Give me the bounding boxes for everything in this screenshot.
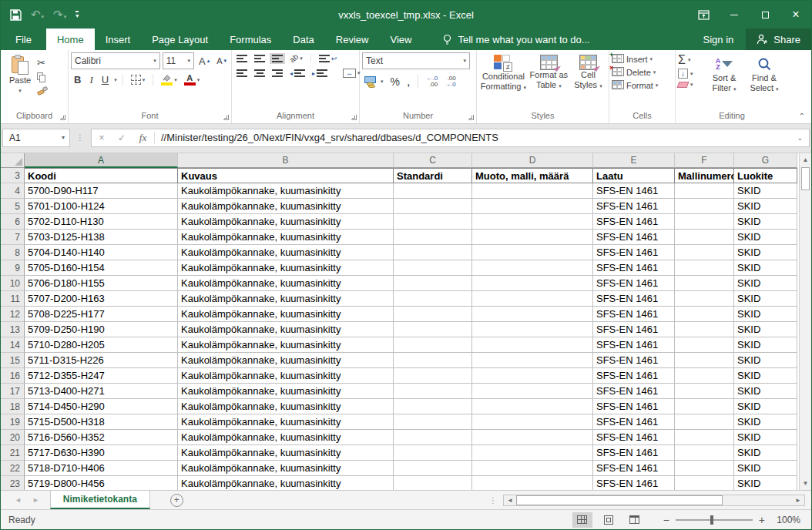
sheet-nav-right-icon[interactable]: ►: [32, 496, 39, 504]
cell-d18[interactable]: [472, 399, 593, 414]
scroll-right-icon[interactable]: ►: [792, 495, 804, 505]
cell-g21[interactable]: SKID: [734, 445, 797, 461]
cell-d9[interactable]: [472, 260, 593, 276]
minimize-icon[interactable]: [719, 1, 750, 29]
cell-g6[interactable]: SKID: [734, 214, 797, 230]
cell-b3[interactable]: Kuvaus: [178, 168, 394, 183]
cell-styles-button[interactable]: Cell Styles ▾: [570, 52, 606, 110]
cell-e17[interactable]: SFS-EN 1461: [593, 384, 675, 399]
cell-b19[interactable]: Kaukolämpökannake, kuumasinkitty: [178, 414, 394, 430]
cell-g3[interactable]: Luokite: [734, 168, 797, 183]
row-header-16[interactable]: 16: [1, 368, 25, 384]
cell-e5[interactable]: SFS-EN 1461: [593, 199, 675, 214]
clipboard-dialog-launcher[interactable]: [60, 115, 65, 120]
zoom-level[interactable]: 100%: [771, 515, 800, 525]
align-left-button[interactable]: [234, 68, 250, 79]
cell-e16[interactable]: SFS-EN 1461: [593, 368, 675, 384]
normal-view-button[interactable]: [572, 512, 592, 528]
row-header-21[interactable]: 21: [1, 445, 25, 461]
cut-icon[interactable]: ✂: [37, 57, 48, 69]
cell-c3[interactable]: Standardi: [394, 168, 472, 183]
cell-e15[interactable]: SFS-EN 1461: [593, 353, 675, 368]
grow-font-button[interactable]: A▴: [196, 54, 212, 69]
cell-d7[interactable]: [472, 230, 593, 245]
tab-page-layout[interactable]: Page Layout: [141, 29, 219, 50]
cell-c4[interactable]: [394, 183, 472, 199]
cell-f9[interactable]: [675, 260, 734, 276]
row-header-10[interactable]: 10: [1, 276, 25, 291]
horizontal-scrollbar[interactable]: ◄ ►: [503, 495, 805, 506]
name-box-dropdown-icon[interactable]: ▾: [62, 134, 69, 141]
cell-f20[interactable]: [675, 430, 734, 445]
cell-e10[interactable]: SFS-EN 1461: [593, 276, 675, 291]
cell-b4[interactable]: Kaukolämpökannake, kuumasinkitty: [178, 183, 394, 199]
cell-c10[interactable]: [394, 276, 472, 291]
delete-cells-button[interactable]: × Delete▾: [612, 67, 673, 77]
sign-in-button[interactable]: Sign in: [691, 29, 747, 50]
cell-b22[interactable]: Kaukolämpökannake, kuumasinkitty: [178, 461, 394, 476]
cell-e9[interactable]: SFS-EN 1461: [593, 260, 675, 276]
cell-a21[interactable]: 5717-D630-H390: [25, 445, 178, 461]
row-header-12[interactable]: 12: [1, 307, 25, 322]
cell-b8[interactable]: Kaukolämpökannake, kuumasinkitty: [178, 245, 394, 260]
row-header-18[interactable]: 18: [1, 399, 25, 414]
cell-c21[interactable]: [394, 445, 472, 461]
font-name-select[interactable]: Calibri▾: [71, 52, 160, 69]
cell-f12[interactable]: [675, 307, 734, 322]
bottom-align-button[interactable]: [270, 53, 285, 64]
row-header-23[interactable]: 23: [1, 476, 25, 490]
cell-d5[interactable]: [472, 199, 593, 214]
page-break-view-button[interactable]: [625, 512, 645, 528]
column-header-d[interactable]: D: [472, 153, 593, 168]
italic-button[interactable]: I: [86, 73, 96, 87]
cell-f18[interactable]: [675, 399, 734, 414]
cell-a20[interactable]: 5716-D560-H352: [25, 430, 178, 445]
cell-a15[interactable]: 5711-D315-H226: [25, 353, 178, 368]
cell-b20[interactable]: Kaukolämpökannake, kuumasinkitty: [178, 430, 394, 445]
cell-d6[interactable]: [472, 214, 593, 230]
row-header-7[interactable]: 7: [1, 230, 25, 245]
copy-icon[interactable]: [37, 72, 46, 82]
maximize-icon[interactable]: [750, 1, 780, 29]
cell-a17[interactable]: 5713-D400-H271: [25, 384, 178, 399]
page-layout-view-button[interactable]: [599, 512, 619, 528]
cell-a5[interactable]: 5701-D100-H124: [25, 199, 178, 214]
cell-b11[interactable]: Kaukolämpökannake, kuumasinkitty: [178, 291, 394, 307]
cell-e21[interactable]: SFS-EN 1461: [593, 445, 675, 461]
select-all-corner[interactable]: [1, 153, 25, 168]
cell-d19[interactable]: [472, 414, 593, 430]
cell-g8[interactable]: SKID: [734, 245, 797, 260]
cell-g17[interactable]: SKID: [734, 384, 797, 399]
scroll-left-icon[interactable]: ◄: [504, 495, 516, 505]
zoom-slider[interactable]: [676, 519, 753, 521]
row-header-22[interactable]: 22: [1, 461, 25, 476]
autosum-button[interactable]: Σ▾: [678, 55, 704, 65]
cell-g14[interactable]: SKID: [734, 337, 797, 353]
cell-g9[interactable]: SKID: [734, 260, 797, 276]
cell-d16[interactable]: [472, 368, 593, 384]
cell-f15[interactable]: [675, 353, 734, 368]
cell-c19[interactable]: [394, 414, 472, 430]
cell-f11[interactable]: [675, 291, 734, 307]
cell-c12[interactable]: [394, 307, 472, 322]
ribbon-display-options-icon[interactable]: [688, 1, 719, 29]
cell-b10[interactable]: Kaukolämpökannake, kuumasinkitty: [178, 276, 394, 291]
cell-d10[interactable]: [472, 276, 593, 291]
cell-e12[interactable]: SFS-EN 1461: [593, 307, 675, 322]
cell-d21[interactable]: [472, 445, 593, 461]
cell-c15[interactable]: [394, 353, 472, 368]
comma-style-button[interactable]: ,: [404, 73, 412, 90]
format-painter-icon[interactable]: [37, 86, 48, 96]
cell-f4[interactable]: [675, 183, 734, 199]
name-box[interactable]: A1 ▾: [2, 129, 70, 147]
cell-a16[interactable]: 5712-D355-H247: [25, 368, 178, 384]
cell-e8[interactable]: SFS-EN 1461: [593, 245, 675, 260]
sort-filter-button[interactable]: AZ Sort & Filter ▾: [704, 52, 744, 110]
cell-g15[interactable]: SKID: [734, 353, 797, 368]
cell-c8[interactable]: [394, 245, 472, 260]
formula-bar-expand-icon[interactable]: ⌄: [790, 134, 809, 142]
cell-a4[interactable]: 5700-D90-H117: [25, 183, 178, 199]
underline-button[interactable]: U: [99, 73, 112, 86]
cell-b12[interactable]: Kaukolämpökannake, kuumasinkitty: [178, 307, 394, 322]
close-icon[interactable]: ×: [780, 1, 811, 29]
